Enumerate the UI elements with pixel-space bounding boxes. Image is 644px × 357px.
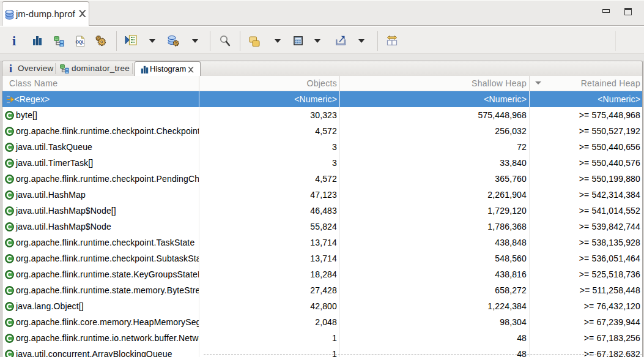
svg-text:OQL: OQL [76,40,85,45]
